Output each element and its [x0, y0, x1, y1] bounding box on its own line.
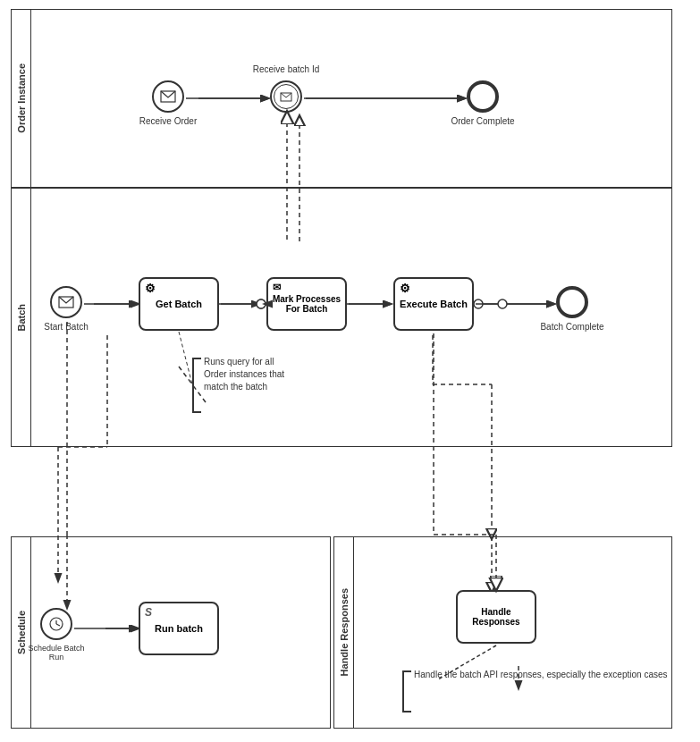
receive-order-circle [152, 80, 184, 113]
diagram-container: Order Instance Batch Schedule Handle Res… [0, 0, 700, 742]
batch-annotation-top [192, 358, 201, 359]
mark-processes-rect: ✉ Mark Processes For Batch [266, 277, 347, 331]
handle-responses-text: Handle Responses [472, 607, 519, 627]
batch-complete-label: Batch Complete [540, 322, 603, 332]
start-batch-node: Start Batch [50, 286, 82, 318]
schedule-batch-circle [40, 608, 72, 640]
handle-responses-header: Handle Responses [334, 537, 354, 728]
execute-batch-node: ⚙ Execute Batch [393, 277, 474, 331]
hr-annotation-bracket [402, 670, 404, 711]
hr-annotation-bottom [402, 711, 411, 712]
batch-label: Batch [16, 304, 27, 332]
receive-batch-id-label: Receive batch Id [253, 64, 320, 74]
handle-responses-rect: Handle Responses [456, 590, 536, 644]
order-complete-node: Order Complete [467, 80, 499, 113]
start-batch-label: Start Batch [44, 322, 88, 332]
batch-annotation-bracket [192, 358, 194, 411]
execute-batch-text: Execute Batch [400, 299, 468, 309]
handle-responses-label: Handle Responses [339, 588, 350, 676]
execute-batch-rect: ⚙ Execute Batch [393, 277, 474, 331]
handle-responses-node: Handle Responses [456, 590, 536, 644]
schedule-batch-run-node: Schedule BatchRun [40, 608, 72, 640]
order-instance-label: Order Instance [16, 63, 27, 133]
run-batch-text: Run batch [155, 623, 203, 634]
mark-processes-node: ✉ Mark Processes For Batch [266, 277, 347, 331]
run-batch-rect: S Run batch [139, 602, 219, 655]
order-complete-label: Order Complete [451, 116, 514, 126]
receive-batch-id-node: Receive batch Id [270, 80, 302, 113]
batch-complete-node: Batch Complete [556, 286, 588, 318]
order-instance-header: Order Instance [12, 10, 31, 187]
run-batch-node: S Run batch [139, 602, 219, 655]
order-instance-lane: Order Instance [11, 9, 672, 188]
hr-annotation-text: Handle the batch API responses, especial… [414, 669, 668, 681]
batch-complete-circle [556, 286, 588, 318]
get-batch-node: ⚙ Get Batch [139, 277, 219, 331]
mark-processes-text: Mark Processes For Batch [273, 294, 341, 314]
schedule-batch-label: Schedule BatchRun [28, 644, 84, 662]
receive-order-node: Receive Order [152, 80, 184, 113]
schedule-label: Schedule [16, 611, 27, 654]
batch-annotation-text: Runs query for all Order instances that … [204, 356, 284, 393]
batch-header: Batch [12, 189, 31, 446]
get-batch-rect: ⚙ Get Batch [139, 277, 219, 331]
svg-line-25 [56, 624, 60, 626]
receive-order-label: Receive Order [139, 116, 197, 126]
get-batch-text: Get Batch [156, 299, 202, 309]
start-batch-circle [50, 286, 82, 318]
schedule-header: Schedule [12, 537, 31, 728]
hr-annotation-top [402, 670, 411, 672]
batch-annotation-bottom [192, 411, 201, 413]
order-complete-circle [467, 80, 499, 113]
